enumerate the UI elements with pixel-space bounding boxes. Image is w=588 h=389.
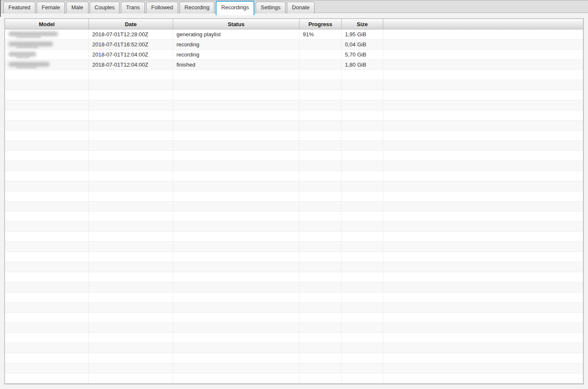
table-row-empty[interactable] [5,191,583,201]
cell-status [173,262,299,272]
column-header-date[interactable]: Date [89,19,173,29]
table-row-empty[interactable] [5,353,583,363]
tab-donate[interactable]: Donate [287,2,315,13]
table-row-empty[interactable] [5,161,583,171]
cell-status [173,151,299,161]
tab-recordings[interactable]: Recordings [216,1,254,15]
table-row-empty[interactable] [5,181,583,191]
cell-filler [383,262,583,272]
cell-date [89,272,173,282]
table-row[interactable]: 2018-07-01T12:04:00Zrecording5,70 GiB [5,50,583,60]
cell-date [89,282,173,292]
cell-size [342,373,383,383]
cell-filler [383,161,583,171]
cell-status [173,161,299,171]
cell-status: finished [173,60,299,70]
table-row-empty[interactable] [5,363,583,373]
cell-size [342,100,383,110]
cell-progress [299,171,342,181]
cell-progress [299,70,342,80]
redacted-model-name [8,41,53,48]
tab-settings[interactable]: Settings [256,2,286,13]
table-row-empty[interactable] [5,323,583,333]
table-row-empty[interactable] [5,333,583,343]
table-row[interactable]: 2018-07-01T12:28:00Zgenerating playlist9… [5,30,583,40]
tab-female[interactable]: Female [37,2,65,13]
table-row[interactable]: 2018-07-01T12:04:00Zfinished1,80 GiB [5,60,583,70]
cell-model [5,161,89,171]
cell-date [89,343,173,353]
cell-filler [383,110,583,120]
table-row-empty[interactable] [5,110,583,121]
cell-date [89,80,173,90]
cell-model [5,242,89,252]
column-header-model[interactable]: Model [5,19,89,29]
cell-model [5,292,89,302]
table-row-empty[interactable] [5,303,583,313]
table-row-empty[interactable] [5,252,583,262]
table-row-empty[interactable] [5,141,583,151]
cell-size [342,181,383,191]
table-row-empty[interactable] [5,232,583,242]
cell-size [342,80,383,90]
cell-size [342,212,383,221]
table-row-empty[interactable] [5,201,583,212]
tab-followed[interactable]: Followed [146,2,178,13]
cell-size [342,141,383,150]
cell-size [342,171,383,181]
table-row-empty[interactable] [5,212,583,222]
cell-status [173,333,299,343]
cell-status [173,131,299,140]
cell-filler [383,212,583,221]
cell-date [89,242,173,252]
cell-progress [299,282,342,292]
cell-progress [299,272,342,282]
cell-status [173,100,299,110]
table-row-empty[interactable] [5,343,583,353]
cell-model [5,100,89,110]
table-row[interactable]: 2018-07-01T16:52:00Zrecording0,04 GiB [5,40,583,50]
tab-couples[interactable]: Couples [90,2,120,13]
table-row-empty[interactable] [5,80,583,90]
table-row-empty[interactable] [5,292,583,303]
table-row-empty[interactable] [5,242,583,252]
table-row-empty[interactable] [5,272,583,282]
cell-status [173,232,299,241]
cell-progress [299,191,342,201]
table-row-empty[interactable] [5,222,583,232]
cell-size [342,70,383,80]
cell-date [89,70,173,80]
cell-size [342,262,383,272]
cell-status [173,282,299,292]
tab-recording[interactable]: Recording [179,2,214,13]
cell-filler [383,373,583,383]
cell-date [89,161,173,171]
cell-progress [299,151,342,161]
table-row-empty[interactable] [5,90,583,100]
cell-progress [299,262,342,272]
table-row-empty[interactable] [5,262,583,272]
cell-status [173,272,299,282]
column-header-size[interactable]: Size [342,19,383,29]
cell-date: 2018-07-01T12:04:00Z [89,60,173,70]
table-row-empty[interactable] [5,373,583,384]
tab-bar: FeaturedFemaleMaleCouplesTransFollowedRe… [0,0,588,13]
cell-filler [383,353,583,363]
column-header-status[interactable]: Status [173,19,299,29]
cell-model [5,131,89,140]
table-row-empty[interactable] [5,100,583,110]
table-row-empty[interactable] [5,121,583,131]
table-row-empty[interactable] [5,70,583,80]
column-header-progress[interactable]: Progress [299,19,342,29]
table-row-empty[interactable] [5,171,583,181]
tab-featured[interactable]: Featured [3,2,35,13]
cell-model [5,110,89,120]
table-row-empty[interactable] [5,282,583,292]
tab-trans[interactable]: Trans [121,2,145,13]
table-row-empty[interactable] [5,313,583,323]
cell-model [5,201,89,211]
table-row-empty[interactable] [5,151,583,161]
tab-male[interactable]: Male [66,2,88,13]
cell-status: recording [173,50,299,59]
table-row-empty[interactable] [5,131,583,141]
